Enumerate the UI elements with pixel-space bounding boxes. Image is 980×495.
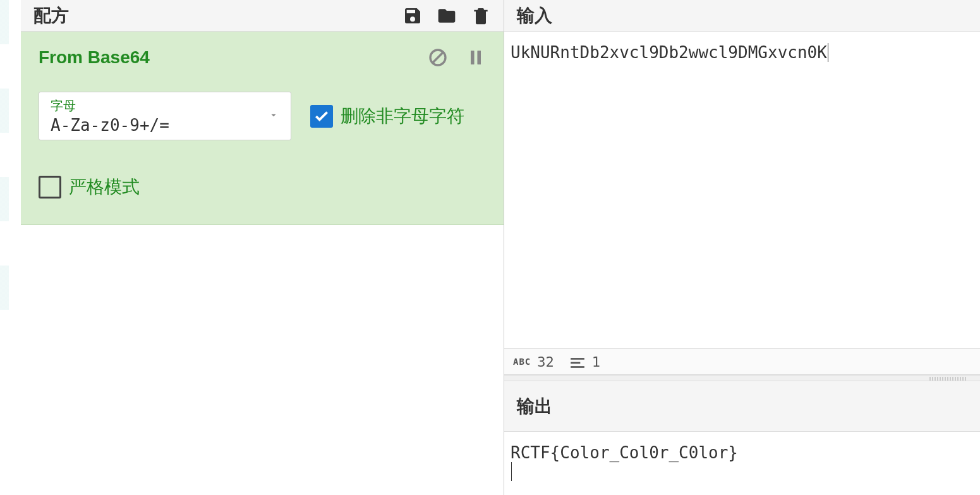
save-icon[interactable] — [402, 6, 423, 26]
recipe-header: 配方 — [21, 0, 504, 32]
input-status-bar: ABC 32 1 — [504, 348, 980, 375]
alphabet-select[interactable]: 字母 A-Za-z0-9+/= — [39, 92, 291, 140]
chevron-down-icon — [268, 109, 279, 123]
text-cursor — [828, 43, 828, 62]
disable-icon[interactable] — [428, 47, 448, 68]
pause-icon[interactable]: notation> — [466, 47, 486, 68]
svg-rect-4 — [471, 51, 474, 64]
remove-non-alpha-checkbox[interactable]: 删除非字母字符 — [310, 104, 464, 128]
delete-icon[interactable] — [471, 6, 491, 26]
svg-rect-5 — [478, 51, 481, 64]
output-text: RCTF{Color_Col0r_C0lor} — [511, 443, 974, 462]
operation-name: From Base64 — [39, 47, 150, 68]
checkbox-unchecked-icon — [39, 176, 61, 199]
remove-non-alpha-label: 删除非字母字符 — [341, 104, 464, 128]
input-title: 输入 — [517, 4, 552, 28]
recipe-drop-area[interactable] — [21, 225, 504, 495]
output-cursor — [511, 462, 512, 481]
sidebar-edge — [0, 0, 21, 495]
output-header: 输出 — [504, 381, 980, 432]
strict-mode-checkbox[interactable]: 严格模式 — [39, 175, 140, 199]
operation-controls: notation> — [428, 47, 486, 68]
checkbox-checked-icon — [310, 105, 333, 128]
line-count-value: 1 — [592, 354, 600, 370]
svg-line-1 — [433, 52, 443, 63]
output-title: 输出 — [517, 394, 552, 419]
operation-args-row2: 严格模式 — [39, 175, 486, 199]
operation-from-base64: From Base64 notation> 字母 A-Za-z0-9+/= — [21, 32, 504, 225]
operation-args-row1: 字母 A-Za-z0-9+/= 删除非字母字符 — [39, 92, 486, 140]
recipe-panel: 配方 From Base64 notation> — [21, 0, 504, 495]
char-count-item: ABC 32 — [513, 354, 554, 370]
lines-icon — [569, 356, 586, 367]
io-panel: 输入 UkNURntDb2xvcl9Db2wwcl9DMGxvcn0K ABC … — [504, 0, 980, 495]
resize-handle[interactable] — [504, 375, 980, 381]
alphabet-select-value: A-Za-z0-9+/= — [51, 116, 279, 135]
recipe-title: 配方 — [33, 4, 69, 28]
folder-icon[interactable] — [437, 6, 457, 26]
input-textarea[interactable]: UkNURntDb2xvcl9Db2wwcl9DMGxvcn0K — [504, 32, 980, 348]
alphabet-select-label: 字母 — [51, 97, 279, 114]
strict-mode-label: 严格模式 — [69, 175, 140, 199]
char-count-value: 32 — [537, 354, 554, 370]
output-textarea[interactable]: RCTF{Color_Col0r_C0lor} — [504, 432, 980, 495]
recipe-header-icons — [402, 6, 491, 26]
input-header: 输入 — [504, 0, 980, 32]
abc-icon: ABC — [513, 357, 531, 367]
line-count-item: 1 — [569, 354, 600, 370]
input-text: UkNURntDb2xvcl9Db2wwcl9DMGxvcn0K — [511, 43, 827, 62]
operation-header: From Base64 notation> — [39, 47, 486, 68]
